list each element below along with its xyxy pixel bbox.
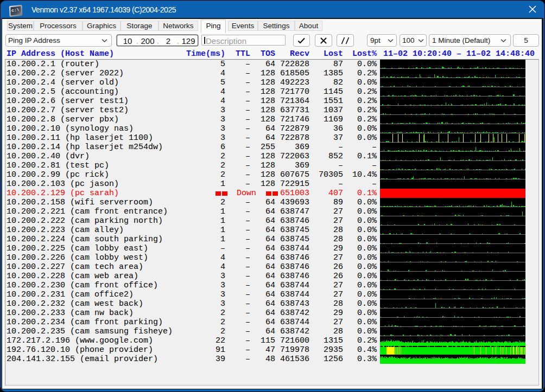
svg-text:c:\: c:\ <box>11 7 20 13</box>
